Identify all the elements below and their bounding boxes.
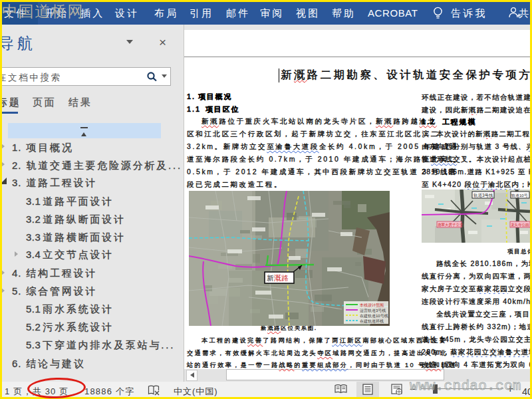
svg-text:溉路: 溉路 xyxy=(273,274,289,282)
svg-text:唐家大房子立交: 唐家大房子立交 xyxy=(438,223,464,227)
svg-text:轨道3号线: 轨道3号线 xyxy=(473,193,493,198)
svg-text:运营轨道3号线: 运营轨道3号线 xyxy=(360,309,386,313)
svg-text:本线设计范围: 本线设计范围 xyxy=(359,303,384,308)
svg-text:轨道10号: 轨道10号 xyxy=(511,194,528,198)
svg-text:在建轨道环线: 在建轨道环线 xyxy=(360,319,384,324)
svg-text:在建轨道10号线: 在建轨道10号线 xyxy=(360,314,388,319)
svg-text:新: 新 xyxy=(267,274,274,282)
svg-text:龙头寺公园: 龙头寺公园 xyxy=(511,223,529,227)
